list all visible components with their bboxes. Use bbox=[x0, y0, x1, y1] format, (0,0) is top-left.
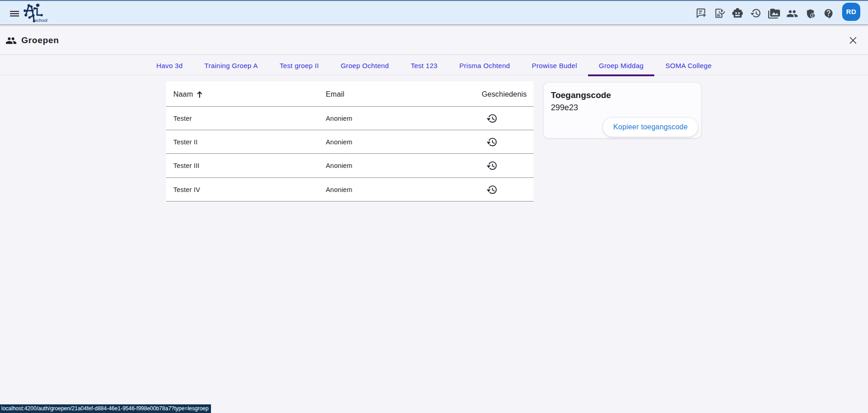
svg-text:school: school bbox=[35, 18, 47, 23]
